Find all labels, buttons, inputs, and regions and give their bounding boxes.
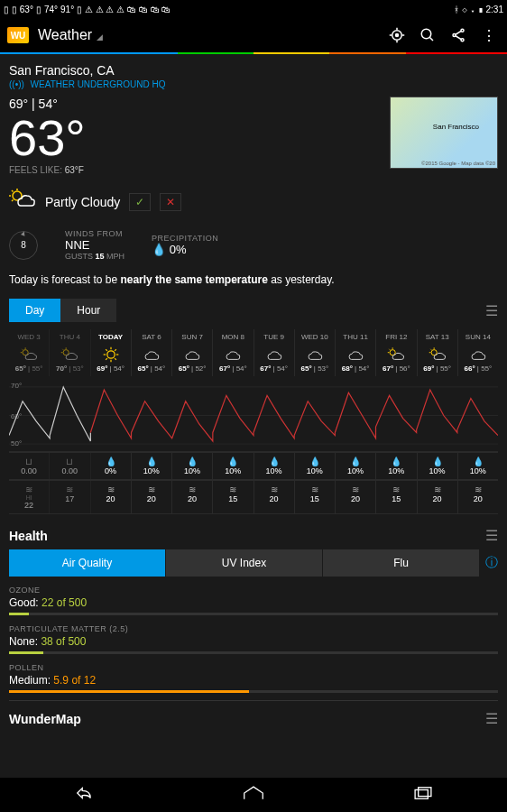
day-col[interactable]: MON 867° | 54° <box>213 329 254 376</box>
wind-icon: ≋ <box>9 484 49 494</box>
app-logo[interactable]: WU <box>7 27 29 43</box>
svg-rect-47 <box>418 787 430 796</box>
precip-cell: 💧10% <box>132 453 172 479</box>
day-col[interactable]: FRI 1267° | 56° <box>376 329 417 376</box>
tab-air-quality[interactable]: Air Quality <box>9 549 165 577</box>
wind-icon: ≋ <box>458 484 498 494</box>
svg-line-25 <box>63 349 64 350</box>
share-icon[interactable] <box>447 24 469 46</box>
wind-cell: ≋20 <box>458 481 498 513</box>
wind-row: ≋HI22≋17≋20≋20≋20≋15≋20≋15≋20≋15≋20≋20 <box>9 480 498 514</box>
wu-logo-icon: WU <box>7 27 29 43</box>
svg-line-42 <box>430 349 431 350</box>
svg-point-26 <box>106 351 114 358</box>
precip-cell: 💧0% <box>91 453 132 479</box>
day-col[interactable]: SUN 1466° | 55° <box>458 329 498 376</box>
home-button[interactable] <box>243 785 264 806</box>
droplet-icon: 💧 <box>458 457 498 466</box>
day-col[interactable]: TUE 967° | 54° <box>254 329 295 376</box>
reject-condition-button[interactable]: ✕ <box>160 193 181 211</box>
day-col[interactable]: THU 1168° | 54° <box>336 329 376 376</box>
wundermap-menu-icon[interactable]: ☰ <box>485 710 498 727</box>
precip-cell: 💧10% <box>213 453 254 479</box>
wind-icon: ≋ <box>172 484 212 494</box>
day-col[interactable]: SUN 765° | 52° <box>172 329 213 376</box>
precip-detail: PRECIPITATION 💧 0% <box>152 234 218 256</box>
wind-icon: ≋ <box>132 484 171 494</box>
search-icon[interactable] <box>417 24 438 46</box>
location-name[interactable]: San Francisco, CA <box>9 63 498 78</box>
precip-cell: 💧10% <box>418 453 458 479</box>
wind-cell: ≋20 <box>132 481 172 513</box>
daily-forecast-row[interactable]: WED 365° | 55°THU 470° | 53°TODAY69° | 5… <box>9 329 498 376</box>
broadcast-icon: ((•)) <box>9 79 24 89</box>
confirm-condition-button[interactable]: ✓ <box>129 193 151 211</box>
droplet-icon: 💧 <box>418 457 457 466</box>
precip-row: ⊔0.00⊔0.00💧0%💧10%💧10%💧10%💧10%💧10%💧10%💧10… <box>9 452 498 480</box>
tab-uv-index[interactable]: UV Index <box>166 549 322 577</box>
day-col[interactable]: WED 365° | 55° <box>9 329 50 376</box>
wind-compass-icon: 8 ▲ <box>9 231 38 260</box>
back-button[interactable] <box>74 785 94 806</box>
svg-line-21 <box>22 349 23 350</box>
tab-day[interactable]: Day <box>9 299 60 322</box>
current-conditions: 69° | 54° 63° FEELS LIKE: 63°F <box>9 97 86 175</box>
svg-point-6 <box>421 29 431 39</box>
droplet-icon: 💧 <box>213 457 253 466</box>
health-title: Health <box>9 529 485 543</box>
temperature-chart: 70° 60° 50° <box>9 380 498 452</box>
overflow-menu-icon[interactable]: ⋮ <box>478 24 500 46</box>
svg-point-8 <box>461 29 464 32</box>
android-nav-bar <box>0 778 507 812</box>
droplet-icon: 💧 <box>254 457 294 466</box>
wind-cell: ≋15 <box>295 481 336 513</box>
svg-line-32 <box>115 358 116 360</box>
droplet-icon: 💧 <box>336 457 375 466</box>
tab-flu[interactable]: Flu <box>323 549 479 577</box>
wundermap-title[interactable]: WunderMap <box>9 712 485 726</box>
info-icon[interactable]: ⓘ <box>485 555 498 571</box>
wind-icon: ≋ <box>336 484 375 494</box>
ozone-metric: OZONE Good: 22 of 500 <box>9 586 498 615</box>
day-col[interactable]: WED 1065° | 53° <box>295 329 336 376</box>
wind-icon: ≋ <box>418 484 457 494</box>
droplet-icon: 💧 <box>152 243 166 256</box>
day-col[interactable]: SAT 665° | 54° <box>132 329 172 376</box>
day-col[interactable]: SAT 1369° | 55° <box>418 329 458 376</box>
precip-cell: 💧10% <box>172 453 213 479</box>
forecast-summary: Today is forecast to be nearly the same … <box>9 273 498 286</box>
wind-icon: ≋ <box>376 484 416 494</box>
svg-line-33 <box>106 358 107 360</box>
day-col[interactable]: THU 470° | 53° <box>50 329 90 376</box>
precip-cell: 💧10% <box>254 453 295 479</box>
svg-line-34 <box>115 349 116 351</box>
locate-icon[interactable] <box>386 24 408 46</box>
feels-like: FEELS LIKE: 63°F <box>9 165 86 175</box>
wind-cell: ≋20 <box>91 481 132 513</box>
app-title[interactable]: Weather ◢ <box>38 27 377 43</box>
wind-icon: ≋ <box>91 484 131 494</box>
wind-cell: ≋15 <box>213 481 254 513</box>
wind-cell: ≋20 <box>336 481 376 513</box>
forecast-menu-icon[interactable]: ☰ <box>485 302 498 319</box>
health-menu-icon[interactable]: ☰ <box>485 527 498 544</box>
precip-cell: 💧10% <box>336 453 376 479</box>
wind-cell: ≋15 <box>376 481 417 513</box>
pm-metric: PARTICULATE MATTER (2.5) None: 38 of 500 <box>9 624 498 654</box>
recents-button[interactable] <box>413 786 433 805</box>
day-col[interactable]: TODAY69° | 54° <box>91 329 132 376</box>
precip-cell: ⊔0.00 <box>50 453 90 479</box>
droplet-icon: 💧 <box>376 457 416 466</box>
wind-icon: ≋ <box>295 484 335 494</box>
wind-cell: ≋20 <box>254 481 295 513</box>
droplet-icon: 💧 <box>295 457 335 466</box>
svg-line-31 <box>106 349 107 351</box>
droplet-icon: 💧 <box>172 457 212 466</box>
svg-line-38 <box>390 349 391 350</box>
mini-map[interactable]: San Francisco ©2015 Google - Map data ©2… <box>390 97 498 169</box>
svg-rect-46 <box>415 789 428 798</box>
station-name[interactable]: ((•)) WEATHER UNDERGROUND HQ <box>9 79 498 89</box>
tab-hour[interactable]: Hour <box>60 299 116 322</box>
droplet-icon: 💧 <box>132 457 171 466</box>
svg-line-17 <box>12 200 14 202</box>
